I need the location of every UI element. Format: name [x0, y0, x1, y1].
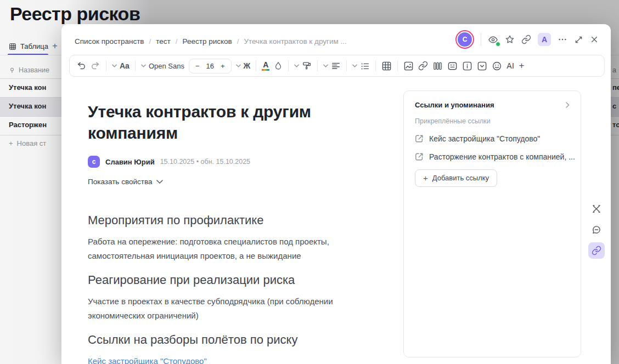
user-avatar[interactable]: C: [458, 32, 472, 47]
document-title[interactable]: Утечка контрактов к другим компаниям: [88, 101, 373, 144]
undo-icon: [76, 61, 86, 71]
emoji-icon: [492, 61, 502, 71]
chevron-down-icon: [352, 64, 357, 67]
redo-button[interactable]: [91, 61, 100, 71]
font-size-stepper[interactable]: − 16 +: [189, 59, 232, 73]
close-button[interactable]: [590, 35, 599, 44]
chevron-down-icon: [236, 64, 241, 67]
emoji-button[interactable]: [492, 61, 502, 71]
bullet-list-icon: [360, 61, 370, 71]
insert-table-button[interactable]: [381, 61, 392, 71]
image-icon: [403, 61, 414, 71]
links-panel-button[interactable]: [588, 242, 605, 259]
link-icon: [521, 35, 531, 44]
chevron-down-icon: [156, 180, 163, 184]
more-icon: [558, 35, 567, 44]
insert-link-button[interactable]: [418, 61, 428, 71]
insert-more-button[interactable]: +: [519, 60, 525, 71]
header-divider: [481, 33, 481, 46]
favorite-button[interactable]: [505, 35, 515, 44]
chevron-down-icon: [112, 64, 117, 67]
table-icon: [381, 61, 392, 71]
chevron-down-icon: [294, 64, 299, 67]
link-icon: [418, 61, 428, 71]
plus-icon: +: [423, 173, 428, 183]
section-heading: Мероприятия по профилактике: [88, 212, 373, 228]
expand-button[interactable]: [574, 35, 583, 44]
font-family-dropdown[interactable]: Open Sans: [141, 62, 184, 70]
add-link-button[interactable]: + Добавить ссылку: [415, 169, 497, 187]
section-text: Участие в проектах в качестве субподрядч…: [88, 294, 373, 323]
blocks-button[interactable]: [447, 61, 458, 71]
toggle-block-button[interactable]: [477, 61, 487, 71]
chevron-right-icon[interactable]: [566, 102, 570, 108]
breadcrumb-test[interactable]: тест: [156, 37, 170, 46]
columns-icon: [432, 61, 443, 71]
list-dropdown[interactable]: [352, 61, 370, 71]
attached-link-item[interactable]: Кейс застройщика "Стопудово": [415, 134, 570, 143]
link-icon: [592, 246, 601, 255]
breadcrumb: Список пространств / тест / Реестр риско…: [75, 37, 347, 46]
toggle-icon: [477, 61, 487, 71]
comments-button[interactable]: [588, 221, 605, 238]
text-settings-button[interactable]: A: [538, 33, 551, 46]
section-links: Ссылки на разборы полётов по риску Кейс …: [88, 332, 373, 364]
undo-button[interactable]: [76, 61, 86, 71]
breadcrumb-spaces[interactable]: Список пространств: [75, 37, 144, 46]
decrease-size-button[interactable]: −: [195, 62, 200, 70]
close-icon: [590, 35, 599, 44]
show-properties-toggle[interactable]: Показать свойства: [88, 178, 163, 186]
author-name: Славин Юрий: [105, 158, 155, 166]
section-text: Работа на опережение: подготовка специал…: [88, 235, 373, 263]
alignment-dropdown[interactable]: [323, 61, 341, 71]
comment-icon: [592, 225, 601, 235]
redo-icon: [91, 61, 100, 71]
online-badge: [496, 42, 500, 47]
linked-page-icon: [415, 134, 424, 143]
watchers-button[interactable]: [488, 35, 498, 45]
paint-roller-icon: [302, 61, 312, 71]
side-tool-strip: [582, 201, 611, 259]
font-size-value: 16: [206, 62, 214, 70]
text-style-dropdown[interactable]: Aa: [112, 61, 130, 70]
text-color-button[interactable]: A: [262, 61, 269, 71]
columns-button[interactable]: [432, 61, 443, 71]
chevron-down-icon: [323, 64, 328, 67]
attached-links-label: Прикреплённые ссылки: [415, 117, 570, 125]
highlight-button[interactable]: [274, 61, 283, 71]
info-icon: [462, 61, 472, 71]
author-avatar: c: [88, 156, 100, 168]
breadcrumb-current: Утечка контрактов к другим ...: [244, 37, 346, 46]
document-dates: 15.10.2025 • обн. 15.10.2025: [160, 158, 250, 166]
section-heading: Реагирование при реализации риска: [88, 272, 373, 288]
breadcrumb-registry[interactable]: Реестр рисков: [183, 37, 232, 46]
info-block-button[interactable]: [462, 61, 472, 71]
section-heading: Ссылки на разборы полётов по риску: [88, 332, 373, 348]
chevron-down-icon: [141, 64, 146, 67]
case-link[interactable]: Кейс застройщика "Стопудово": [88, 356, 207, 364]
format-painter-dropdown[interactable]: [294, 61, 312, 71]
links-panel-header[interactable]: Ссылки и упоминания: [415, 101, 570, 109]
linked-page-icon: [415, 152, 424, 161]
align-left-icon: [331, 61, 341, 71]
expand-icon: [574, 35, 583, 44]
ai-button[interactable]: AI: [507, 61, 514, 70]
document-content: Утечка контрактов к другим компаниям c С…: [88, 101, 373, 364]
section-prevention: Мероприятия по профилактике Работа на оп…: [88, 212, 373, 263]
copy-link-button[interactable]: [521, 35, 531, 44]
color-spectrum-bar: [262, 69, 269, 71]
star-icon: [505, 35, 515, 44]
edit-tools-button[interactable]: [588, 201, 605, 217]
blocks-icon: [447, 61, 458, 71]
document-modal: Список пространств / тест / Реестр риско…: [61, 24, 611, 364]
attached-link-item[interactable]: Расторжение контрактов с компанией, ...: [415, 152, 570, 161]
more-button[interactable]: [558, 35, 567, 44]
insert-image-button[interactable]: [403, 61, 414, 71]
author-row: c Славин Юрий 15.10.2025 • обн. 15.10.20…: [88, 156, 373, 168]
formatting-toolbar: Aa Open Sans − 16 + Ж A: [69, 55, 605, 77]
links-mentions-panel: Ссылки и упоминания Прикреплённые ссылки…: [403, 90, 581, 357]
droplet-icon: [274, 61, 283, 71]
bold-dropdown[interactable]: Ж: [236, 61, 251, 70]
section-response: Реагирование при реализации риска Участи…: [88, 272, 373, 323]
increase-size-button[interactable]: +: [221, 62, 225, 70]
